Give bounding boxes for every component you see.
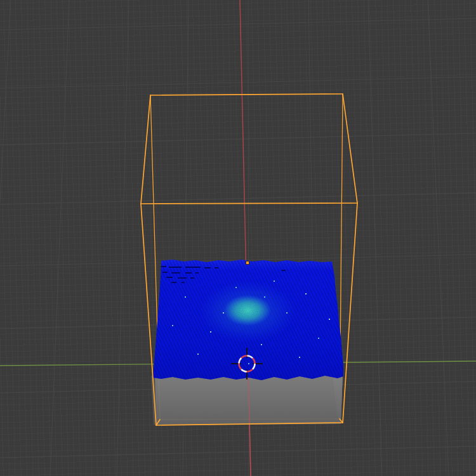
fluid-particle-surface[interactable] [150,258,347,381]
object-origin-dot[interactable] [246,261,249,265]
particle-noise-texture [150,258,347,381]
fluid-slab-front-face[interactable] [152,373,345,426]
3d-viewport[interactable] [0,0,476,476]
